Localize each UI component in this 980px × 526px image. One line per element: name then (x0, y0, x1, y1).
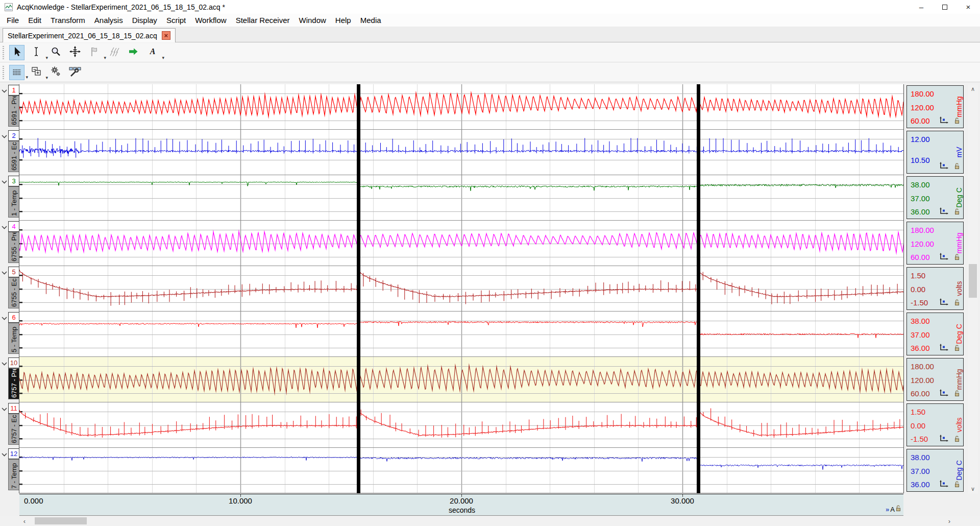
channel-2-number-badge[interactable]: 2 (8, 130, 19, 141)
channel-10-scale-value[interactable]: 60.00 (911, 390, 930, 398)
horizontal-scroll-thumb[interactable] (35, 517, 87, 524)
channel-11-number-badge[interactable]: 11 (8, 403, 19, 414)
channel-1-scale-value[interactable]: 180.00 (911, 90, 934, 98)
channel-4-scale-value[interactable]: 180.00 (911, 226, 934, 234)
toolbar-grip[interactable] (3, 66, 4, 79)
scale-axis-icon[interactable] (939, 207, 949, 218)
text-annotation-tool-dropdown-icon[interactable]: ▾ (162, 55, 164, 60)
scale-lock-icon[interactable] (954, 117, 960, 126)
channel-10-scale-value[interactable]: 180.00 (911, 363, 934, 371)
menu-transform[interactable]: Transform (46, 16, 90, 25)
channel-1-collapse-chevron-icon[interactable] (2, 86, 7, 95)
scale-lock-icon[interactable] (954, 253, 960, 262)
channel-5-number-badge[interactable]: 5 (8, 267, 19, 277)
channel-setup-tool-button[interactable] (67, 65, 83, 80)
channel-4-scale-value[interactable]: 60.00 (911, 253, 930, 261)
channel-6-number-badge[interactable]: 6 (8, 312, 19, 323)
channel-3-scale-value[interactable]: 36.00 (911, 208, 930, 216)
channel-4-waveform[interactable] (19, 221, 903, 266)
scroll-left-arrow[interactable]: ‹ (19, 516, 30, 526)
channel-6-scale-value[interactable]: 36.00 (911, 344, 930, 352)
channel-10-waveform[interactable] (19, 357, 903, 402)
channel-6-scale-value[interactable]: 37.00 (911, 331, 930, 339)
scale-axis-icon[interactable] (939, 344, 949, 354)
scale-lock-icon[interactable] (954, 208, 960, 217)
channel-10-collapse-chevron-icon[interactable] (2, 358, 7, 368)
scale-lock-icon[interactable] (954, 390, 960, 399)
scale-axis-icon[interactable] (939, 480, 949, 490)
channel-12-scale-value[interactable]: 36.00 (911, 481, 930, 489)
channel-6-plot[interactable] (19, 312, 903, 357)
scale-axis-icon[interactable] (939, 435, 949, 445)
channel-2-waveform[interactable] (19, 130, 903, 175)
channel-2-scale-value[interactable]: 12.00 (911, 135, 930, 144)
channel-12-collapse-chevron-icon[interactable] (2, 449, 7, 459)
menu-media[interactable]: Media (356, 16, 386, 25)
channel-2-plot[interactable] (19, 130, 903, 175)
channel-1-scale-value[interactable]: 120.00 (911, 104, 934, 112)
document-tab[interactable]: StellarExperiment_2021_06_15_18_15_02.ac… (3, 28, 176, 42)
menu-display[interactable]: Display (128, 16, 162, 25)
channel-5-scale-value[interactable]: -1.50 (911, 299, 928, 307)
channel-4-plot[interactable] (19, 221, 903, 266)
menu-stellar-receiver[interactable]: Stellar Receiver (231, 16, 295, 25)
channel-11-collapse-chevron-icon[interactable] (2, 404, 7, 413)
channel-6-collapse-chevron-icon[interactable] (2, 313, 7, 322)
scale-lock-icon[interactable] (954, 344, 960, 353)
channel-1-label[interactable]: 6591 - Pre (8, 95, 19, 127)
scale-lock-icon[interactable] (954, 162, 960, 172)
channel-1-scale-value[interactable]: 60.00 (911, 117, 930, 125)
channel-12-waveform[interactable] (19, 448, 903, 493)
channel-5-label[interactable]: 6755 - Ec (8, 277, 19, 308)
menu-analysis[interactable]: Analysis (90, 16, 128, 25)
menu-window[interactable]: Window (295, 16, 331, 25)
time-axis-bar[interactable]: seconds » A 0.00010.00020.00030.000 (19, 494, 903, 516)
channel-1-plot[interactable] (19, 84, 903, 130)
channel-11-label[interactable]: 6757 - Ec (8, 414, 19, 445)
scale-lock-icon[interactable] (954, 481, 960, 490)
channel-5-scale-value[interactable]: 0.00 (911, 285, 925, 294)
axis-expand-icon[interactable]: » (886, 506, 889, 513)
scale-lock-icon[interactable] (954, 435, 960, 444)
channel-2-scale-value[interactable]: 10.50 (911, 156, 930, 164)
scale-axis-icon[interactable] (939, 162, 949, 172)
channel-2-label[interactable]: 6591 - Ec (8, 141, 19, 172)
channel-11-scale-value[interactable]: 0.00 (911, 422, 925, 430)
start-tool-button[interactable] (126, 45, 141, 60)
channel-1-number-badge[interactable]: 1 (8, 85, 19, 95)
channel-12-scale-value[interactable]: 37.00 (911, 467, 930, 475)
channel-3-plot[interactable] (19, 175, 903, 221)
menu-file[interactable]: File (2, 16, 23, 25)
channel-5-collapse-chevron-icon[interactable] (2, 268, 7, 277)
channel-12-plot[interactable] (19, 448, 903, 493)
vertical-scroll-thumb[interactable] (969, 264, 977, 298)
channel-6-label[interactable]: 5 - Temp (8, 323, 19, 354)
tile-windows-tool-button[interactable]: ▾ (29, 65, 44, 80)
channel-10-plot[interactable] (19, 357, 903, 402)
channel-6-waveform[interactable] (19, 312, 903, 357)
text-annotation-tool-button[interactable]: A▾ (145, 45, 160, 60)
menu-help[interactable]: Help (331, 16, 356, 25)
autoscale-tool-button[interactable] (67, 45, 83, 60)
scroll-right-arrow[interactable]: › (944, 516, 954, 526)
axis-autoscale-label[interactable]: A (890, 506, 895, 513)
channel-4-scale-value[interactable]: 120.00 (911, 240, 934, 248)
scale-axis-icon[interactable] (939, 253, 949, 263)
scale-axis-icon[interactable] (939, 389, 949, 399)
channel-3-number-badge[interactable]: 3 (8, 176, 19, 186)
channel-2-collapse-chevron-icon[interactable] (2, 131, 7, 140)
maximize-button[interactable] (933, 0, 957, 14)
tab-close-icon[interactable]: × (162, 31, 170, 40)
menu-edit[interactable]: Edit (23, 16, 46, 25)
channel-4-collapse-chevron-icon[interactable] (2, 222, 7, 231)
channel-3-collapse-chevron-icon[interactable] (2, 177, 7, 186)
channel-12-label[interactable]: 7 - Temp (8, 459, 19, 490)
channel-3-waveform[interactable] (19, 175, 903, 221)
select-tool-button[interactable] (9, 45, 24, 60)
channel-10-scale-value[interactable]: 120.00 (911, 376, 934, 385)
channel-12-number-badge[interactable]: 12 (8, 448, 19, 459)
axis-lock-icon[interactable] (896, 505, 901, 514)
scale-axis-icon[interactable] (939, 298, 949, 308)
menu-script[interactable]: Script (162, 16, 190, 25)
vertical-scrollbar[interactable]: ∧ ∨ (968, 84, 978, 493)
